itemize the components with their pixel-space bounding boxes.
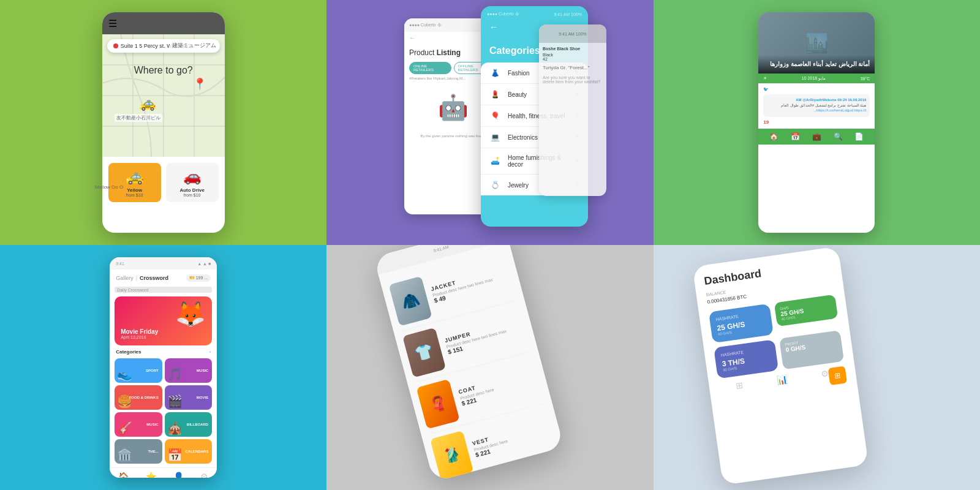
tweet-card: 16.09.2018 09:24 AM @ArRiyadhWebsite هيئ…	[763, 94, 870, 117]
food-label: FOOD & DRINKS	[129, 396, 159, 399]
back-icon[interactable]: ←	[409, 34, 415, 41]
cat-the[interactable]: 🏛️ THE...	[115, 439, 162, 464]
map-label-jp: 建築ミュージアム	[170, 40, 219, 51]
ride-yellow-price: from $10	[113, 193, 156, 197]
right-cards: GH/S 25 GH/S 40 GH/S	[774, 295, 839, 334]
map-label-jp2: 友不動産小石川ビル	[115, 114, 162, 122]
billboard-label: BILLBOARD	[187, 423, 208, 426]
gallery-tab[interactable]: Gallery	[116, 275, 134, 281]
user-nav[interactable]: 👤	[173, 472, 184, 478]
orange-button[interactable]: ⊞	[828, 366, 848, 385]
third-confirm-text: Are you sure you want to delete item fro…	[543, 75, 603, 84]
news-top-image: 🏙️ أمانة الرياض تعايد أبناء العاصمة وزوا…	[758, 12, 875, 74]
settings-nav[interactable]: ⚙	[200, 472, 208, 478]
header-separator: |	[136, 275, 137, 281]
sport-label: SPORT	[146, 369, 159, 372]
small-green-card: GH/S 25 GH/S 40 GH/S	[774, 295, 838, 327]
briefcase-nav-icon[interactable]: 💼	[812, 132, 821, 141]
music2-label: MUSIC	[146, 423, 158, 426]
location-dot	[113, 43, 118, 48]
dashboard-container: Dashboard BALANCE 0.000431856 BTC HASHRA…	[694, 251, 939, 484]
cat-back-icon[interactable]: ←	[489, 22, 498, 32]
sport-icon: 👟	[117, 367, 132, 382]
crossword-tab[interactable]: Crossword	[140, 275, 168, 281]
guitar-icon: 🎸	[117, 421, 132, 435]
home-icon: 🛋️	[489, 157, 502, 165]
cell-arabic-news: 🏙️ أمانة الرياض تعايد أبناء العاصمة وزوا…	[654, 0, 980, 245]
movie-label: MOVIE	[197, 396, 208, 399]
third-shoe-color: Black	[543, 53, 603, 57]
cat-sport[interactable]: 👟 SPORT	[115, 358, 162, 383]
orange-icon: ⊞	[834, 371, 842, 380]
jumper-image: 👕	[402, 328, 446, 378]
ride-card-yellow[interactable]: 🚕 Yellow from $10	[108, 163, 161, 202]
cat-status-left: ●●●● Cuberto 令	[487, 11, 519, 17]
categories-section-header: Categories ›	[110, 345, 217, 358]
item3-image: 🧣	[416, 379, 459, 429]
third-phone-content: Boshe Black Shoe Black 42 Turiyda Gr. "F…	[539, 43, 606, 88]
mellow-text: Mellow Oo O	[95, 184, 123, 190]
robot-emoji: 🤖	[438, 93, 469, 122]
item4-emoji: 🥻	[441, 445, 463, 466]
news-temp: 39°C	[861, 77, 870, 81]
maps-header: ☰	[102, 12, 225, 34]
online-tab[interactable]: ONLINE RETAILERS	[409, 62, 451, 74]
cat-time: 9:41 AM 100%	[554, 12, 582, 17]
third-phone-peek: 9:41 AM 100% Boshe Black Shoe Black 42 T…	[539, 24, 606, 196]
calendar-icon: 📅	[167, 448, 183, 462]
ticket-badge: 🎫 199 ...	[186, 274, 211, 282]
db-nav-1[interactable]: ⊞	[736, 380, 744, 391]
home-nav[interactable]: 🏠	[118, 472, 129, 478]
search-nav-icon[interactable]: 🔍	[834, 132, 843, 141]
ride-auto-price: from $10	[171, 193, 214, 197]
cell-dashboard: Dashboard BALANCE 0.000431856 BTC HASHRA…	[654, 245, 980, 490]
taxi-1: 🚕	[139, 96, 156, 111]
hamburger-icon[interactable]: ☰	[108, 18, 117, 29]
ride-card-auto[interactable]: 🚗 Auto Drive from $10	[166, 163, 219, 202]
cw-signals: ▲ ▲ ■	[197, 262, 211, 266]
featured-card[interactable]: Movie Friday April 13,2018 🦊	[115, 296, 212, 345]
cw-status-bar: 9:41 ▲ ▲ ■	[110, 257, 217, 270]
hashrate-card-2: HASHRATE 3 TH/S 30 GH/S	[714, 339, 778, 379]
cw-header: Gallery | Crossword 🎫 199 ...	[110, 270, 217, 287]
cat-music2[interactable]: 🎸 MUSIC	[115, 412, 162, 437]
categories-grid: 👟 SPORT 🎵 MUSIC 🍔 FOOD & DRINKS 🎬 MOVIE …	[110, 358, 217, 464]
db-nav-2[interactable]: 📊	[777, 374, 788, 385]
maps-bottom: 🚕 Yellow from $10 🚗 Auto Drive from $10	[102, 157, 225, 208]
jacket-image: 🧥	[388, 276, 432, 326]
cw-time: 9:41	[116, 262, 124, 266]
map-area: Suite 1 5 Percy st. W1T 1DG Where to go?…	[102, 34, 225, 157]
where-to-text: Where to go?	[102, 65, 225, 76]
cat-calendars[interactable]: 📅 CALENDARS	[165, 439, 213, 464]
listing-bold: Listing	[437, 48, 461, 57]
crossword-phone: 9:41 ▲ ▲ ■ Gallery | Crossword 🎫 199 ...…	[110, 257, 217, 478]
daily-label: Daily Crossword	[117, 288, 148, 292]
item3-info: COAT Product desc here $ 221	[458, 369, 540, 407]
phones-container: ●●●● Cuberto 令 9:41 AM ← Product Listing…	[392, 6, 588, 239]
cat-billboard[interactable]: 🎪 BILLBOARD	[165, 412, 213, 437]
theater-icon: 🏛️	[117, 448, 132, 462]
third-shoe-size: 42	[543, 57, 603, 61]
calendar-nav-icon[interactable]: 📅	[791, 132, 800, 141]
news-overlay: أمانة الرياض تعايد أبناء العاصمة وزوارها	[758, 55, 875, 74]
cat-music[interactable]: 🎵 MUSIC	[165, 358, 213, 383]
tweet-link[interactable]: https://t.co/hemiLslgud https://t...	[813, 108, 866, 112]
home-nav-icon[interactable]: 🏠	[769, 132, 778, 141]
jewelry-icon: 💍	[489, 181, 502, 189]
auto-icon: 🚗	[171, 168, 214, 185]
the-label: THE...	[148, 450, 159, 453]
see-all[interactable]: ›	[209, 349, 211, 355]
featured-date: April 13,2018	[121, 335, 158, 339]
cat-movie[interactable]: 🎬 MOVIE	[165, 385, 213, 410]
fashion-status-content: 9:41 AM	[433, 245, 450, 252]
taxi-2: 📍	[193, 77, 206, 91]
dashboard-phone: Dashboard BALANCE 0.000431856 BTC HASHRA…	[693, 246, 869, 485]
doc-nav-icon[interactable]: 📄	[854, 132, 864, 141]
news-meta-bar: ☀ 10 مايو 2018 39°C	[758, 74, 875, 83]
count-badge: 19	[763, 119, 870, 125]
cat-food[interactable]: 🍔 FOOD & DRINKS	[115, 385, 162, 410]
cell-maps: ☰ Suite 1 5 Percy st. W1T 1DG Whe	[0, 0, 326, 245]
jacket-emoji: 🧥	[399, 290, 421, 312]
star-nav[interactable]: ⭐	[146, 472, 156, 478]
news-date-text: 10 مايو 2018	[802, 76, 826, 81]
